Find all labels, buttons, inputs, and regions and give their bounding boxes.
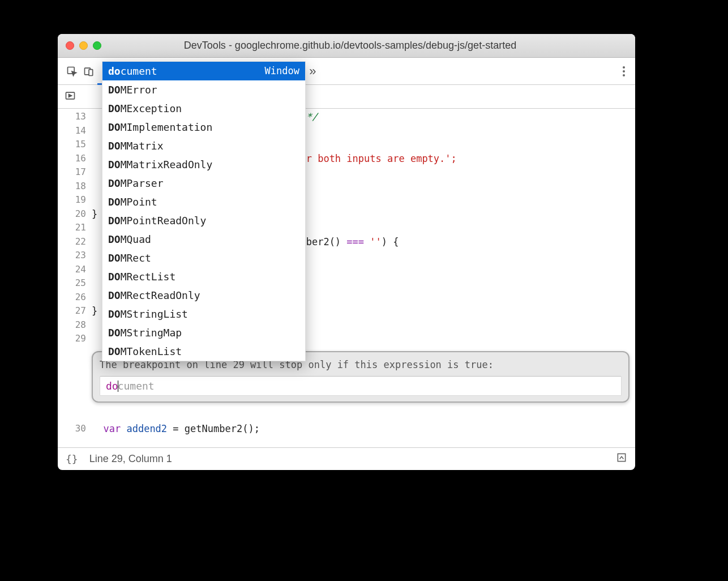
line-gutter[interactable]: 30: [58, 418, 92, 436]
line-number: 30: [58, 422, 86, 436]
line-number: 24: [58, 263, 86, 277]
autocomplete-item[interactable]: DOMPoint: [102, 193, 305, 211]
autocomplete-item[interactable]: DOMQuad: [102, 230, 305, 249]
autocomplete-item[interactable]: DOMPointReadOnly: [102, 211, 305, 230]
autocomplete-item[interactable]: DOMTokenList: [102, 342, 305, 361]
line-number: 20: [58, 207, 86, 221]
line-number: 13: [58, 110, 86, 124]
autocomplete-item[interactable]: DOMParser: [102, 174, 305, 193]
cursor-position: Line 29, Column 1: [89, 453, 172, 465]
svg-rect-4: [618, 454, 625, 461]
line-number: 23: [58, 249, 86, 263]
autocomplete-item[interactable]: DOMRectList: [102, 267, 305, 286]
code-line: var addend2 = getNumber2();: [92, 422, 635, 436]
breakpoint-expression-input[interactable]: document: [100, 376, 622, 396]
autocomplete-item[interactable]: DOMStringList: [102, 305, 305, 323]
line-number: 25: [58, 276, 86, 290]
collapse-icon[interactable]: [616, 452, 627, 466]
inspect-icon[interactable]: [63, 66, 80, 77]
autocomplete-item[interactable]: DOMImplementation: [102, 118, 305, 136]
kebab-menu-icon[interactable]: [618, 66, 629, 76]
autocomplete-item[interactable]: DOMStringMap: [102, 323, 305, 342]
window-title: DevTools - googlechrome.github.io/devtoo…: [73, 40, 627, 52]
code-area[interactable]: var addend2 = getNumber2();: [92, 418, 635, 436]
devtools-window: DevTools - googlechrome.github.io/devtoo…: [58, 34, 635, 470]
line-number: 22: [58, 235, 86, 249]
line-number: 18: [58, 180, 86, 194]
resume-script-icon[interactable]: [65, 90, 76, 104]
autocomplete-item[interactable]: DOMError: [102, 80, 305, 99]
line-number: 28: [58, 318, 86, 332]
line-number: 29: [58, 332, 86, 346]
svg-rect-2: [89, 69, 93, 75]
autocomplete-item[interactable]: DOMException: [102, 99, 305, 118]
autocomplete-item[interactable]: DOMMatrixReadOnly: [102, 155, 305, 174]
autocomplete-type: Window: [265, 64, 299, 78]
line-number: 26: [58, 290, 86, 305]
line-number: 14: [58, 124, 86, 138]
line-number: 15: [58, 138, 86, 152]
code-after-breakpoint: 30 var addend2 = getNumber2();: [58, 418, 635, 436]
autocomplete-item[interactable]: DOMRect: [102, 249, 305, 267]
line-number: 19: [58, 193, 86, 207]
line-gutter[interactable]: 13 14 15 16 17 18 19 20 21 22 23 24 25 2…: [58, 109, 92, 447]
titlebar: DevTools - googlechrome.github.io/devtoo…: [58, 34, 635, 58]
line-number: 21: [58, 221, 86, 235]
status-bar: {} Line 29, Column 1: [58, 447, 635, 470]
line-number: 16: [58, 152, 86, 166]
autocomplete-item[interactable]: DOMMatrix: [102, 136, 305, 155]
autocomplete-item[interactable]: documentWindow: [102, 62, 305, 80]
autocomplete-item[interactable]: DOMRectReadOnly: [102, 286, 305, 305]
pretty-print-icon[interactable]: {}: [66, 453, 78, 465]
device-toggle-icon[interactable]: [80, 66, 97, 77]
autocomplete-popup: documentWindowDOMErrorDOMExceptionDOMImp…: [102, 61, 306, 361]
line-number: 27: [58, 304, 86, 318]
line-number: 17: [58, 165, 86, 180]
